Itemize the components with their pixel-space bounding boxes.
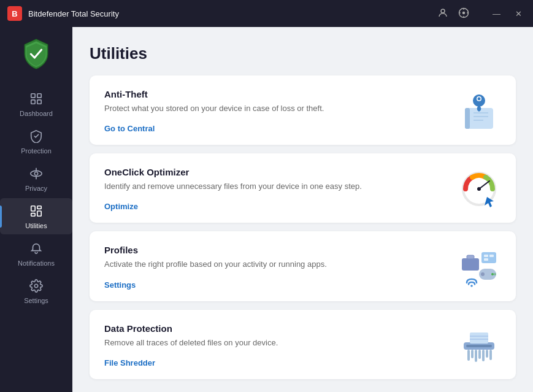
- svg-point-2: [462, 11, 466, 14]
- data-protection-title: Data Protection: [104, 323, 445, 334]
- svg-point-7: [34, 172, 38, 175]
- app-logo: B: [7, 6, 22, 21]
- svg-point-27: [477, 187, 481, 191]
- svg-rect-29: [462, 258, 479, 271]
- anti-theft-desc: Protect what you stored on your device i…: [104, 103, 445, 114]
- svg-rect-4: [37, 94, 41, 98]
- sidebar-item-dashboard[interactable]: Dashboard: [0, 86, 72, 122]
- svg-rect-45: [467, 350, 470, 361]
- svg-rect-51: [489, 350, 492, 360]
- dashboard-icon: [29, 92, 43, 107]
- optimizer-card: OneClick Optimizer Identify and remove u…: [90, 153, 516, 223]
- svg-rect-31: [481, 252, 496, 263]
- close-button[interactable]: ✕: [512, 8, 526, 20]
- utilities-icon: [29, 204, 43, 220]
- sidebar-item-protection[interactable]: Protection: [0, 123, 72, 159]
- svg-rect-30: [467, 255, 474, 259]
- svg-rect-41: [466, 345, 492, 347]
- svg-point-37: [491, 273, 494, 275]
- notifications-icon: [29, 242, 43, 257]
- optimizer-desc: Identify and remove unnecessary files fr…: [104, 181, 445, 192]
- data-protection-card: Data Protection Remove all traces of del…: [90, 310, 516, 379]
- utilities-label: Utilities: [25, 222, 47, 229]
- svg-rect-50: [486, 350, 488, 358]
- svg-rect-3: [31, 94, 35, 98]
- profiles-action[interactable]: Settings: [104, 280, 136, 290]
- window-controls: — ✕: [489, 8, 526, 20]
- titlebar-icons: — ✕: [437, 7, 526, 20]
- minimize-button[interactable]: —: [489, 8, 504, 20]
- svg-point-39: [470, 285, 473, 287]
- app-title: Bitdefender Total Security: [28, 9, 437, 18]
- svg-rect-14: [37, 211, 41, 216]
- anti-theft-action[interactable]: Go to Central: [104, 124, 155, 133]
- anti-theft-icon: [457, 89, 501, 133]
- svg-rect-42: [470, 332, 488, 344]
- sidebar-item-settings[interactable]: Settings: [0, 273, 72, 309]
- sidebar-logo: [19, 37, 53, 71]
- page-title: Utilities: [90, 44, 516, 63]
- svg-rect-6: [37, 100, 41, 104]
- svg-point-15: [34, 284, 38, 288]
- user-icon[interactable]: [437, 7, 448, 20]
- sidebar-item-utilities[interactable]: Utilities: [0, 198, 72, 234]
- protection-label: Protection: [21, 147, 52, 155]
- content-area: Utilities Anti-Theft Protect what you st…: [72, 27, 533, 392]
- data-protection-desc: Remove all traces of deleted files on yo…: [104, 337, 445, 348]
- svg-rect-34: [484, 258, 488, 261]
- data-protection-action[interactable]: File Shredder: [104, 358, 155, 367]
- svg-rect-47: [475, 350, 477, 362]
- svg-rect-5: [31, 100, 35, 104]
- settings-icon: [29, 279, 43, 294]
- svg-rect-12: [37, 206, 41, 209]
- privacy-label: Privacy: [25, 185, 47, 192]
- anti-theft-body: Anti-Theft Protect what you stored on yo…: [104, 89, 457, 134]
- svg-rect-11: [31, 206, 35, 211]
- svg-rect-32: [484, 255, 488, 257]
- profiles-title: Profiles: [104, 245, 445, 255]
- svg-point-36: [481, 272, 485, 276]
- sidebar: Dashboard Protection: [0, 27, 72, 392]
- svg-rect-17: [465, 108, 470, 129]
- main-layout: Dashboard Protection: [0, 27, 533, 392]
- privacy-icon: [29, 167, 43, 182]
- profiles-body: Profiles Activate the right profile base…: [104, 245, 457, 290]
- sidebar-item-notifications[interactable]: Notifications: [0, 236, 72, 272]
- optimizer-title: OneClick Optimizer: [104, 167, 445, 177]
- notifications-label: Notifications: [18, 259, 55, 267]
- help-icon[interactable]: [458, 7, 469, 20]
- settings-label: Settings: [24, 297, 48, 304]
- svg-point-38: [494, 273, 496, 275]
- optimizer-body: OneClick Optimizer Identify and remove u…: [104, 167, 457, 212]
- dashboard-label: Dashboard: [20, 110, 53, 117]
- sidebar-item-privacy[interactable]: Privacy: [0, 161, 72, 197]
- data-protection-icon: [457, 323, 501, 367]
- protection-icon: [29, 129, 43, 145]
- optimizer-action[interactable]: Optimize: [104, 202, 138, 211]
- svg-rect-13: [31, 213, 35, 217]
- active-indicator: [0, 206, 2, 228]
- svg-rect-33: [489, 255, 494, 257]
- profiles-card: Profiles Activate the right profile base…: [90, 231, 516, 301]
- profiles-icon: [457, 245, 501, 289]
- svg-rect-48: [478, 350, 481, 359]
- svg-rect-49: [482, 350, 485, 361]
- data-protection-body: Data Protection Remove all traces of del…: [104, 323, 457, 368]
- anti-theft-title: Anti-Theft: [104, 89, 445, 99]
- optimizer-icon: [457, 167, 501, 211]
- anti-theft-card: Anti-Theft Protect what you stored on yo…: [90, 75, 516, 145]
- nav-items: Dashboard Protection: [0, 86, 72, 309]
- svg-point-0: [441, 9, 445, 13]
- svg-rect-46: [471, 350, 474, 358]
- titlebar: B Bitdefender Total Security — ✕: [0, 0, 533, 27]
- profiles-desc: Activate the right profile based on your…: [104, 259, 445, 270]
- svg-point-23: [478, 98, 481, 101]
